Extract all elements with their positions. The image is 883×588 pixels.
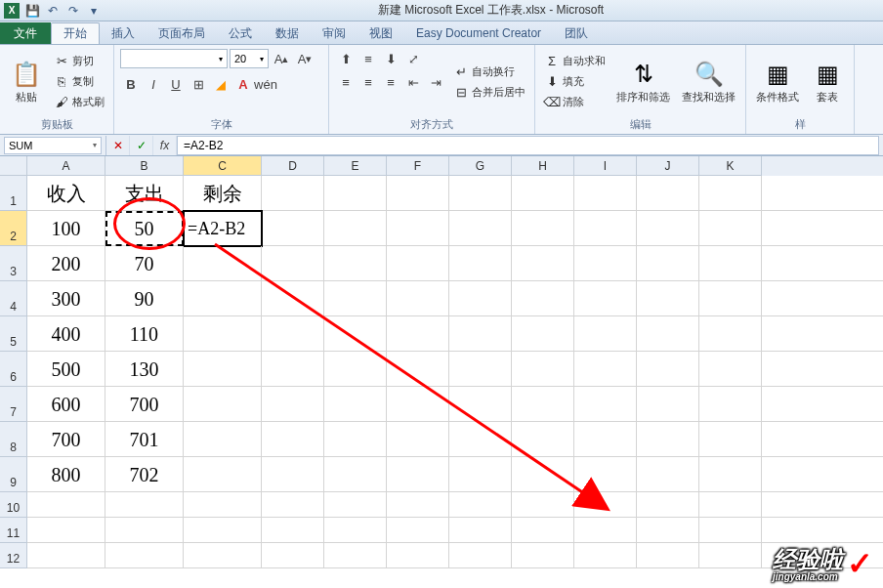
cell-C7[interactable] <box>184 387 262 422</box>
row-header-11[interactable]: 11 <box>0 518 27 543</box>
row-header-7[interactable]: 7 <box>0 387 27 422</box>
cell-C9[interactable] <box>184 457 262 492</box>
cell-F2[interactable] <box>387 211 449 246</box>
cell-D10[interactable] <box>262 492 324 518</box>
cell-H8[interactable] <box>512 422 574 457</box>
cell-C3[interactable] <box>184 246 262 281</box>
cell-C1[interactable]: 剩余 <box>184 176 262 211</box>
cell-D5[interactable] <box>262 316 324 352</box>
phonetic-button[interactable]: wén <box>255 73 276 95</box>
paste-button[interactable]: 📋 粘贴 <box>6 48 47 115</box>
tab-home[interactable]: 开始 <box>51 22 100 44</box>
cell-K9[interactable] <box>699 457 762 492</box>
column-header-I[interactable]: I <box>574 156 637 176</box>
orientation-icon[interactable]: ⤢ <box>402 48 424 69</box>
cell-F6[interactable] <box>387 352 449 387</box>
row-header-10[interactable]: 10 <box>0 492 27 518</box>
redo-icon[interactable]: ↷ <box>64 2 82 20</box>
copy-button[interactable]: ⎘复制 <box>51 72 107 92</box>
cell-B5[interactable]: 110 <box>105 316 184 352</box>
cell-J5[interactable] <box>637 316 699 352</box>
cell-F8[interactable] <box>387 422 449 457</box>
cell-D4[interactable] <box>262 281 324 316</box>
font-size-combo[interactable]: 20▾ <box>230 49 269 68</box>
cell-K8[interactable] <box>699 422 762 457</box>
cell-E3[interactable] <box>324 246 387 281</box>
cell-A6[interactable]: 500 <box>27 352 105 387</box>
cell-A1[interactable]: 收入 <box>27 176 105 211</box>
cell-E11[interactable] <box>324 518 387 543</box>
cell-J11[interactable] <box>637 518 699 543</box>
cell-D8[interactable] <box>262 422 324 457</box>
cell-H3[interactable] <box>512 246 574 281</box>
cell-G10[interactable] <box>449 492 512 518</box>
row-header-5[interactable]: 5 <box>0 316 27 352</box>
cell-A5[interactable]: 400 <box>27 316 105 352</box>
cell-J6[interactable] <box>637 352 699 387</box>
fill-button[interactable]: ⬇填充 <box>541 72 609 92</box>
align-right-icon[interactable]: ≡ <box>380 71 401 93</box>
column-header-J[interactable]: J <box>637 156 699 176</box>
cell-A2[interactable]: 100 <box>27 211 105 246</box>
cell-E12[interactable] <box>324 543 387 568</box>
cell-H12[interactable] <box>512 543 574 568</box>
cell-J1[interactable] <box>637 176 699 211</box>
cell-B11[interactable] <box>105 518 184 543</box>
cell-A7[interactable]: 600 <box>27 387 105 422</box>
cell-K5[interactable] <box>699 316 762 352</box>
cell-F12[interactable] <box>387 543 449 568</box>
cell-K1[interactable] <box>699 176 762 211</box>
align-middle-icon[interactable]: ≡ <box>357 48 379 69</box>
cell-C10[interactable] <box>184 492 262 518</box>
cell-I4[interactable] <box>574 281 637 316</box>
cell-F1[interactable] <box>387 176 449 211</box>
column-header-D[interactable]: D <box>262 156 324 176</box>
align-bottom-icon[interactable]: ⬇ <box>380 48 401 69</box>
cell-G8[interactable] <box>449 422 512 457</box>
column-header-E[interactable]: E <box>324 156 387 176</box>
cell-J4[interactable] <box>637 281 699 316</box>
name-box[interactable]: SUM ▾ <box>4 137 102 154</box>
cell-A8[interactable]: 700 <box>27 422 105 457</box>
cell-B7[interactable]: 700 <box>105 387 184 422</box>
cell-B2[interactable]: 50 <box>105 211 184 246</box>
cell-D12[interactable] <box>262 543 324 568</box>
wrap-text-button[interactable]: ↵自动换行 <box>450 62 528 81</box>
cell-J3[interactable] <box>637 246 699 281</box>
cell-G9[interactable] <box>449 457 512 492</box>
find-select-button[interactable]: 🔍 查找和选择 <box>678 48 739 115</box>
cell-K7[interactable] <box>699 387 762 422</box>
cell-G5[interactable] <box>449 316 512 352</box>
cell-A10[interactable] <box>27 492 105 518</box>
cell-I5[interactable] <box>574 316 637 352</box>
underline-button[interactable]: U <box>165 73 187 95</box>
cell-G12[interactable] <box>449 543 512 568</box>
cell-K12[interactable] <box>699 543 762 568</box>
cell-H6[interactable] <box>512 352 574 387</box>
cell-B6[interactable]: 130 <box>105 352 184 387</box>
decrease-font-icon[interactable]: A▾ <box>294 48 315 69</box>
autosum-button[interactable]: Σ自动求和 <box>541 52 609 71</box>
undo-icon[interactable]: ↶ <box>44 2 62 20</box>
border-button[interactable]: ⊞ <box>188 73 209 95</box>
qat-dropdown-icon[interactable]: ▾ <box>85 2 103 20</box>
cell-E8[interactable] <box>324 422 387 457</box>
cell-I12[interactable] <box>574 543 637 568</box>
cell-K11[interactable] <box>699 518 762 543</box>
column-header-K[interactable]: K <box>699 156 762 176</box>
spreadsheet-grid[interactable]: ABCDEFGHIJK 123456789101112 收入支出剩余10050=… <box>0 156 883 588</box>
cell-J2[interactable] <box>637 211 699 246</box>
cell-F10[interactable] <box>387 492 449 518</box>
cell-F7[interactable] <box>387 387 449 422</box>
cell-F11[interactable] <box>387 518 449 543</box>
cell-I1[interactable] <box>574 176 637 211</box>
column-header-H[interactable]: H <box>512 156 574 176</box>
cell-C12[interactable] <box>184 543 262 568</box>
cell-E7[interactable] <box>324 387 387 422</box>
cell-H2[interactable] <box>512 211 574 246</box>
cell-F5[interactable] <box>387 316 449 352</box>
cell-E4[interactable] <box>324 281 387 316</box>
cell-D1[interactable] <box>262 176 324 211</box>
cell-B12[interactable] <box>105 543 184 568</box>
align-left-icon[interactable]: ≡ <box>335 71 357 93</box>
